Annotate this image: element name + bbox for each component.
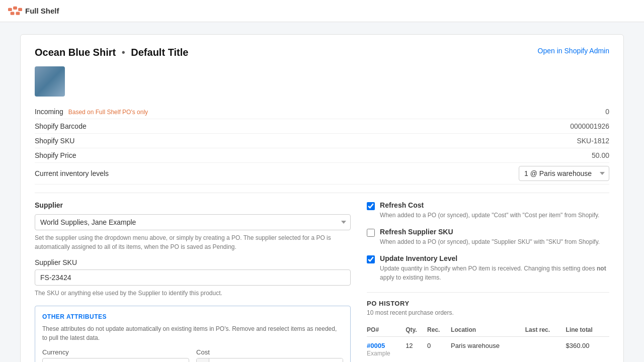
- barcode-value: 0000001926: [570, 122, 609, 130]
- col-po: PO#: [367, 323, 406, 337]
- inventory-row: Current inventory levels 1 @ Paris wareh…: [35, 163, 609, 185]
- cost-input-wrap: $: [196, 358, 343, 362]
- app-logo: Full Shelf: [8, 6, 59, 16]
- col-last-rec: Last rec.: [525, 323, 566, 337]
- barcode-row: Shopify Barcode 0000001926: [35, 119, 609, 134]
- refresh-cost-title: Refresh Cost: [380, 201, 599, 209]
- po-history-title: PO HISTORY: [367, 300, 609, 307]
- supplier-section-title: Supplier: [35, 201, 351, 209]
- po-number-link[interactable]: #0005: [367, 342, 401, 349]
- table-row: #0005 Example 12 0 Paris warehouse $360.…: [367, 337, 609, 363]
- refresh-sku-text: Refresh Supplier SKU When added to a PO …: [380, 228, 600, 246]
- po-history-divider: [367, 292, 609, 293]
- refresh-cost-checkbox-wrap[interactable]: [367, 201, 375, 212]
- refresh-cost-row: Refresh Cost When added to a PO (or sync…: [367, 201, 609, 220]
- incoming-note: Based on Full Shelf PO's only: [68, 109, 148, 116]
- refresh-cost-text: Refresh Cost When added to a PO (or sync…: [380, 201, 599, 220]
- incoming-row: Incoming Based on Full Shelf PO's only 0: [35, 105, 609, 119]
- refresh-cost-checkbox[interactable]: [367, 202, 375, 210]
- supplier-sku-input[interactable]: [35, 269, 351, 286]
- other-attrs-title: OTHER ATTRIBUTES: [42, 313, 343, 320]
- card-header: Ocean Blue Shirt • Default Title Open in…: [35, 47, 609, 58]
- col-rec: Rec.: [427, 323, 451, 337]
- refresh-sku-checkbox-wrap[interactable]: [367, 228, 375, 238]
- incoming-value: 0: [605, 108, 609, 116]
- other-attrs-note: These attributes do not update automatic…: [42, 324, 343, 342]
- supplier-sku-label: Supplier SKU: [35, 258, 351, 266]
- left-column: Supplier World Supplies, Jane Example Se…: [35, 201, 351, 362]
- po-history-subtitle: 10 most recent purchase orders.: [367, 309, 609, 316]
- refresh-sku-checkbox[interactable]: [367, 229, 375, 237]
- line-total-cell: $360.00: [566, 337, 609, 363]
- svg-rect-2: [18, 8, 22, 11]
- top-nav: Full Shelf: [0, 0, 644, 22]
- update-inventory-desc: Update quantity in Shopify when PO item …: [380, 264, 609, 282]
- svg-rect-3: [11, 12, 15, 15]
- update-inventory-checkbox[interactable]: [367, 255, 375, 263]
- app-name: Full Shelf: [25, 7, 59, 15]
- svg-rect-0: [8, 8, 12, 11]
- currency-input[interactable]: [42, 358, 189, 362]
- refresh-sku-title: Refresh Supplier SKU: [380, 228, 600, 236]
- cost-group: Cost $: [196, 348, 343, 362]
- refresh-sku-desc: When added to a PO (or synced), update "…: [380, 237, 600, 246]
- refresh-sku-row: Refresh Supplier SKU When added to a PO …: [367, 228, 609, 246]
- open-shopify-link[interactable]: Open in Shopify Admin: [538, 47, 609, 55]
- col-qty: Qty.: [406, 323, 427, 337]
- svg-rect-1: [13, 6, 17, 9]
- other-attributes-box: OTHER ATTRIBUTES These attributes do not…: [35, 306, 351, 362]
- supplier-helper: Set the supplier using the dropdown menu…: [35, 233, 351, 251]
- cost-input[interactable]: [209, 358, 343, 362]
- barcode-label: Shopify Barcode: [35, 122, 87, 130]
- inventory-select[interactable]: 1 @ Paris warehouse: [519, 166, 609, 181]
- incoming-label: Incoming Based on Full Shelf PO's only: [35, 108, 148, 116]
- update-inventory-checkbox-wrap[interactable]: [367, 254, 375, 265]
- shopify-sku-label: Shopify SKU: [35, 137, 74, 145]
- cost-label: Cost: [196, 348, 343, 356]
- product-title: Ocean Blue Shirt • Default Title: [35, 47, 188, 58]
- price-label: Shopify Price: [35, 151, 76, 159]
- sku-row: Shopify SKU SKU-1812: [35, 134, 609, 148]
- last-rec-cell: [525, 337, 566, 363]
- currency-label: Currency: [42, 348, 189, 356]
- svg-rect-4: [16, 12, 20, 15]
- inventory-label: Current inventory levels: [35, 169, 109, 177]
- product-image: [35, 66, 65, 97]
- po-history-section: PO HISTORY 10 most recent purchase order…: [367, 300, 609, 362]
- main-content: Ocean Blue Shirt • Default Title Open in…: [10, 22, 634, 362]
- col-location: Location: [451, 323, 525, 337]
- right-column: Refresh Cost When added to a PO (or sync…: [367, 201, 609, 362]
- update-inventory-title: Update Inventory Level: [380, 254, 609, 262]
- cost-prefix: $: [197, 358, 209, 362]
- two-col-layout: Supplier World Supplies, Jane Example Se…: [35, 201, 609, 362]
- divider: [35, 193, 609, 193]
- price-value: 50.00: [592, 151, 609, 159]
- logo-icon: [8, 6, 22, 16]
- po-number-cell: #0005 Example: [367, 337, 406, 363]
- supplier-select[interactable]: World Supplies, Jane Example: [35, 214, 351, 230]
- table-header-row: PO# Qty. Rec. Location Last rec. Line to…: [367, 323, 609, 337]
- supplier-sku-helper: The SKU or anything else used by the Sup…: [35, 289, 351, 298]
- rec-cell: 0: [427, 337, 451, 363]
- product-image-bg: [35, 66, 65, 97]
- shopify-sku-value: SKU-1812: [577, 137, 609, 145]
- update-inventory-row: Update Inventory Level Update quantity i…: [367, 254, 609, 282]
- col-line-total: Line total: [566, 323, 609, 337]
- price-row: Shopify Price 50.00: [35, 148, 609, 163]
- update-inventory-text: Update Inventory Level Update quantity i…: [380, 254, 609, 282]
- qty-cell: 12: [406, 337, 427, 363]
- currency-group: Currency: [42, 348, 189, 362]
- location-cell: Paris warehouse: [451, 337, 525, 363]
- product-card: Ocean Blue Shirt • Default Title Open in…: [20, 34, 624, 362]
- currency-cost-row: Currency Cost $: [42, 348, 343, 362]
- po-history-table: PO# Qty. Rec. Location Last rec. Line to…: [367, 323, 609, 362]
- refresh-cost-desc: When added to a PO (or synced), update "…: [380, 211, 599, 220]
- po-example-label: Example: [367, 350, 390, 357]
